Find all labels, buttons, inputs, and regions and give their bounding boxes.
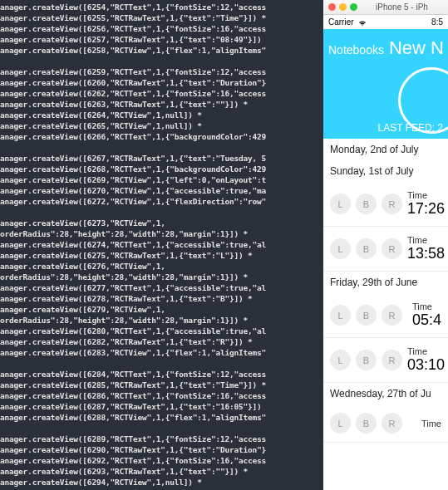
- carrier-label: Carrier: [328, 17, 354, 27]
- feed-meta: Time17:26: [407, 190, 445, 218]
- console-line: anager.createView([6262,"RCTText",1,{"fo…: [0, 88, 323, 99]
- console-line: anager.createView([6293,"RCTRawText",1,{…: [0, 466, 323, 477]
- feed-meta: Time03:10: [407, 346, 445, 374]
- console-line: anager.createView([6270,"RCTView",1,{"ac…: [0, 185, 323, 196]
- console-line: anager.createView([6254,"RCTText",1,{"fo…: [0, 2, 323, 12]
- pill-l[interactable]: L: [330, 413, 351, 434]
- day-header: Monday, 2nd of July: [323, 139, 448, 160]
- console-line: anager.createView([6263,"RCTRawText",1,{…: [0, 99, 323, 110]
- pill-b[interactable]: B: [356, 413, 377, 434]
- debug-console: anager.createView([6254,"RCTText",1,{"fo…: [0, 0, 323, 490]
- console-line: anager.createView([6294,"RCTView",1,null…: [0, 477, 323, 488]
- feed-row[interactable]: LBRTime13:58: [323, 227, 448, 272]
- feed-time-value: 13:58: [407, 245, 445, 262]
- lbr-group: LBR: [330, 305, 402, 326]
- window-close-button[interactable]: [328, 3, 336, 11]
- console-line: anager.createView([6256,"RCTText",1,{"fo…: [0, 23, 323, 34]
- feed-list[interactable]: Monday, 2nd of JulySunday, 1st of JulyLB…: [323, 139, 448, 490]
- lbr-group: LBR: [330, 238, 402, 259]
- day-header: Friday, 29th of June: [323, 272, 448, 293]
- console-line: [0, 423, 323, 434]
- console-line: anager.createView([6292,"RCTText",1,{"fo…: [0, 455, 323, 466]
- console-line: anager.createView([6274,"RCTText",1,{"ac…: [0, 239, 323, 250]
- feed-time-label: Time: [412, 301, 441, 311]
- pill-l[interactable]: L: [330, 350, 351, 370]
- feed-time-label: Time: [407, 235, 445, 245]
- console-line: anager.createView([6268,"RCTText",1,{"ba…: [0, 164, 323, 174]
- console-line: anager.createView([6260,"RCTRawText",1,{…: [0, 77, 323, 88]
- day-header: Wednesday, 27th of Ju: [323, 383, 448, 404]
- console-line: anager.createView([6267,"RCTRawText",1,{…: [0, 153, 323, 164]
- feed-time-label: Time: [407, 346, 445, 356]
- console-line: anager.createView([6275,"RCTRawText",1,{…: [0, 250, 323, 261]
- feed-time-value: 17:26: [407, 200, 445, 218]
- console-line: anager.createView([6283,"RCTView",1,{"fl…: [0, 347, 323, 358]
- pill-r[interactable]: R: [382, 305, 402, 326]
- console-line: anager.createView([6265,"RCTView",1,null…: [0, 120, 323, 131]
- console-line: anager.createView([6289,"RCTText",1,{"fo…: [0, 434, 323, 444]
- console-line: anager.createView([6272,"RCTView",1,{"fl…: [0, 196, 323, 207]
- day-header: Sunday, 1st of July: [323, 160, 448, 182]
- console-line: anager.createView([6276,"RCTView",1,: [0, 261, 323, 272]
- console-line: anager.createView([6282,"RCTRawText",1,{…: [0, 336, 323, 347]
- window-maximize-button[interactable]: [350, 3, 357, 11]
- pill-l[interactable]: L: [330, 194, 351, 214]
- console-line: anager.createView([6266,"RCTText",1,{"ba…: [0, 131, 323, 142]
- lbr-group: LBR: [330, 194, 402, 214]
- pill-b[interactable]: B: [356, 238, 377, 259]
- console-line: anager.createView([6288,"RCTView",1,{"fl…: [0, 412, 323, 423]
- lbr-group: LBR: [330, 350, 402, 370]
- console-line: anager.createView([6269,"RCTView",1,{"le…: [0, 174, 323, 185]
- nav-back-button[interactable]: Notebooks: [328, 43, 384, 56]
- feed-row[interactable]: LBRTime05:4: [323, 293, 448, 338]
- status-bar: Carrier 8:5: [323, 15, 448, 29]
- console-line: anager.createView([6257,"RCTRawText",1,{…: [0, 34, 323, 45]
- window-minimize-button[interactable]: [339, 3, 347, 11]
- console-line: anager.createView([6277,"RCTText",1,{"ac…: [0, 282, 323, 293]
- pill-r[interactable]: R: [382, 238, 402, 259]
- feed-row[interactable]: LBRTime03:10: [323, 338, 448, 383]
- console-line: anager.createView([6259,"RCTText",1,{"fo…: [0, 66, 323, 77]
- console-line: anager.createView([6278,"RCTRawText",1,{…: [0, 293, 323, 304]
- pill-b[interactable]: B: [356, 194, 377, 214]
- pill-l[interactable]: L: [330, 305, 351, 326]
- console-line: anager.createView([6264,"RCTView",1,null…: [0, 110, 323, 120]
- console-line: orderRadius":28,"height":28,"width":28,"…: [0, 315, 323, 326]
- page-title: New N: [389, 37, 444, 59]
- console-line: [0, 142, 323, 153]
- pill-b[interactable]: B: [356, 350, 377, 370]
- console-line: orderRadius":28,"height":28,"width":28,"…: [0, 272, 323, 282]
- console-line: orderRadius":28,"height":28,"width":28,"…: [0, 228, 323, 239]
- feed-time-label: Time: [421, 419, 441, 429]
- pill-l[interactable]: L: [330, 238, 351, 259]
- window-chrome: iPhone 5 - iPh: [323, 0, 448, 15]
- feed-time-label: Time: [407, 190, 445, 200]
- ios-simulator: iPhone 5 - iPh Carrier 8:5 Notebooks New…: [323, 0, 448, 490]
- pill-r[interactable]: R: [382, 413, 402, 434]
- feed-row[interactable]: LBRTime: [323, 404, 448, 443]
- console-line: [0, 207, 323, 218]
- last-feed-label: LAST FEED: 2: [378, 122, 443, 134]
- console-line: anager.createView([6290,"RCTRawText",1,{…: [0, 444, 323, 455]
- feed-meta: Time13:58: [407, 235, 445, 262]
- wifi-icon: [357, 18, 367, 27]
- window-title: iPhone 5 - iPh: [361, 2, 443, 12]
- pill-r[interactable]: R: [382, 350, 402, 370]
- console-line: anager.createView([6279,"RCTView",1,: [0, 304, 323, 315]
- console-line: anager.createView([6258,"RCTView",1,{"fl…: [0, 45, 323, 56]
- console-line: [0, 56, 323, 66]
- feed-meta: Time: [421, 419, 441, 429]
- pill-b[interactable]: B: [356, 305, 377, 326]
- console-line: [0, 358, 323, 369]
- feed-time-value: 05:4: [412, 311, 441, 329]
- console-line: anager.createView([6286,"RCTText",1,{"fo…: [0, 390, 323, 401]
- status-time: 8:5: [431, 17, 443, 27]
- console-line: anager.createView([6255,"RCTRawText",1,{…: [0, 12, 323, 23]
- feed-row[interactable]: LBRTime17:26: [323, 182, 448, 227]
- pill-r[interactable]: R: [382, 194, 402, 214]
- feed-time-value: 03:10: [407, 356, 445, 374]
- console-line: anager.createView([6287,"RCTRawText",1,{…: [0, 401, 323, 412]
- console-line: anager.createView([6280,"RCTText",1,{"ac…: [0, 326, 323, 336]
- console-line: anager.createView([6285,"RCTRawText",1,{…: [0, 380, 323, 390]
- console-line: anager.createView([6284,"RCTText",1,{"fo…: [0, 369, 323, 380]
